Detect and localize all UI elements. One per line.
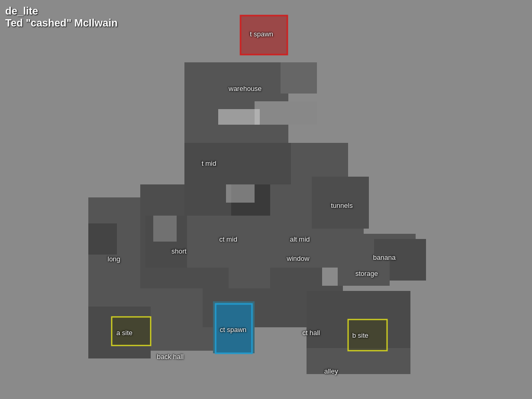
svg-rect-27 (229, 249, 270, 288)
svg-rect-4 (281, 62, 317, 94)
svg-rect-15 (312, 177, 369, 229)
svg-rect-10 (88, 223, 117, 255)
title-block: de_lite Ted "cashed" McIlwain (5, 5, 117, 29)
svg-rect-26 (184, 184, 231, 216)
map-name: de_lite (5, 5, 117, 17)
map-container: t spawn ct spawn a site b site warehouse… (0, 0, 532, 399)
svg-rect-32 (216, 304, 252, 353)
svg-rect-28 (218, 109, 260, 125)
svg-rect-33 (112, 317, 151, 345)
svg-rect-34 (348, 320, 387, 351)
svg-rect-3 (255, 101, 317, 125)
map-svg (0, 0, 532, 399)
svg-rect-24 (307, 348, 410, 374)
svg-rect-18 (338, 255, 390, 286)
author-name: Ted "cashed" McIlwain (5, 17, 117, 29)
svg-rect-30 (153, 216, 177, 242)
svg-rect-29 (226, 184, 255, 203)
svg-rect-31 (241, 16, 287, 55)
